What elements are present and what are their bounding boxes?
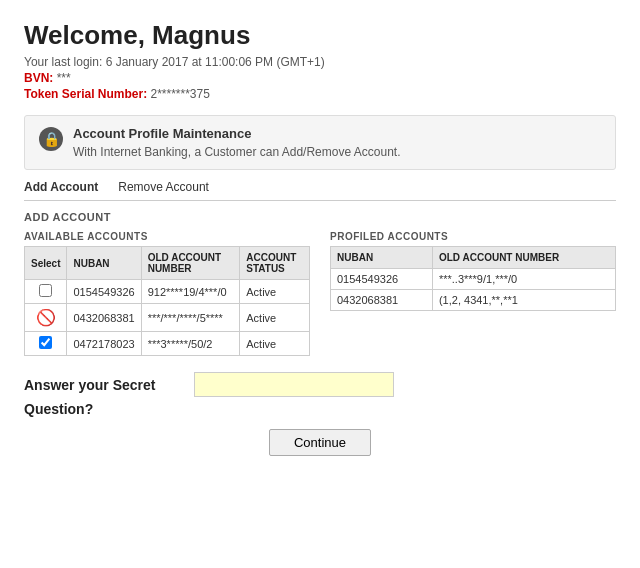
row-checkbox-checked[interactable] [39, 336, 52, 349]
info-box-title: Account Profile Maintenance [73, 126, 401, 141]
secret-answer-input[interactable] [194, 372, 394, 397]
token-value: 2*******375 [150, 87, 209, 101]
profiled-accounts-label: PROFILED ACCOUNTS [330, 231, 616, 242]
remove-account-link[interactable]: Remove Account [118, 180, 209, 194]
available-table-row: 0154549326 912****19/4***/0 Active [25, 280, 310, 304]
p-old-account-cell: (1,2, 4341,**,**1 [432, 290, 615, 311]
nuban-cell: 0154549326 [67, 280, 141, 304]
col-old-account: OLD ACCOUNT NUMBER [141, 247, 240, 280]
token-label: Token Serial Number: [24, 87, 147, 101]
p-nuban-cell: 0154549326 [331, 269, 433, 290]
answer-row: Answer your Secret [24, 372, 616, 397]
available-accounts-section: AVAILABLE ACCOUNTS Select NUBAN OLD ACCO… [24, 231, 310, 356]
p-old-account-cell: ***..3***9/1,***/0 [432, 269, 615, 290]
nuban-cell: 0472178023 [67, 332, 141, 356]
profiled-accounts-header: NUBAN OLD ACCOUNT NUMBER [331, 247, 616, 269]
profiled-table-row: 0432068381 (1,2, 4341,**,**1 [331, 290, 616, 311]
info-box-text: Account Profile Maintenance With Interne… [73, 126, 401, 159]
page-title: Welcome, Magnus [24, 20, 616, 51]
select-cell[interactable] [25, 280, 67, 304]
select-cell[interactable]: 🚫 [25, 304, 67, 332]
available-accounts-table: Select NUBAN OLD ACCOUNT NUMBER ACCOUNT … [24, 246, 310, 356]
section-label: ADD ACCOUNT [24, 211, 616, 223]
bvn-label: BVN: [24, 71, 53, 85]
col-status: ACCOUNT STATUS [240, 247, 310, 280]
last-login: Your last login: 6 January 2017 at 11:00… [24, 55, 616, 69]
status-cell: Active [240, 280, 310, 304]
last-login-value: 6 January 2017 at 11:00:06 PM (GMT+1) [106, 55, 325, 69]
old-account-cell: ***/***/****/5**** [141, 304, 240, 332]
bvn-row: BVN: *** [24, 71, 616, 85]
lock-icon: 🔒 [39, 127, 63, 151]
pcol-nuban: NUBAN [331, 247, 433, 269]
info-box: 🔒 Account Profile Maintenance With Inter… [24, 115, 616, 170]
col-nuban: NUBAN [67, 247, 141, 280]
answer-label-line1: Answer your Secret [24, 377, 184, 393]
add-account-link[interactable]: Add Account [24, 180, 98, 194]
row-checkbox[interactable] [39, 284, 52, 297]
last-login-label: Your last login: [24, 55, 102, 69]
available-table-row: 🚫 0432068381 ***/***/****/5**** Active [25, 304, 310, 332]
info-box-description: With Internet Banking, a Customer can Ad… [73, 145, 401, 159]
available-accounts-label: AVAILABLE ACCOUNTS [24, 231, 310, 242]
tables-row: AVAILABLE ACCOUNTS Select NUBAN OLD ACCO… [24, 231, 616, 356]
available-table-row: 0472178023 ***3*****/50/2 Active [25, 332, 310, 356]
nuban-cell: 0432068381 [67, 304, 141, 332]
status-cell: Active [240, 332, 310, 356]
select-cell[interactable] [25, 332, 67, 356]
bvn-value: *** [57, 71, 71, 85]
pcol-old-account: OLD ACCOUNT NUMBER [432, 247, 615, 269]
col-select: Select [25, 247, 67, 280]
profiled-table-row: 0154549326 ***..3***9/1,***/0 [331, 269, 616, 290]
status-cell: Active [240, 304, 310, 332]
blocked-icon: 🚫 [36, 308, 56, 327]
old-account-cell: 912****19/4***/0 [141, 280, 240, 304]
profiled-accounts-table: NUBAN OLD ACCOUNT NUMBER 0154549326 ***.… [330, 246, 616, 311]
profiled-accounts-section: PROFILED ACCOUNTS NUBAN OLD ACCOUNT NUMB… [330, 231, 616, 356]
nav-links: Add Account Remove Account [24, 180, 616, 201]
question-label: Question? [24, 401, 616, 417]
continue-button[interactable]: Continue [269, 429, 371, 456]
p-nuban-cell: 0432068381 [331, 290, 433, 311]
token-row: Token Serial Number: 2*******375 [24, 87, 616, 101]
continue-row: Continue [24, 429, 616, 456]
available-accounts-header: Select NUBAN OLD ACCOUNT NUMBER ACCOUNT … [25, 247, 310, 280]
old-account-cell: ***3*****/50/2 [141, 332, 240, 356]
